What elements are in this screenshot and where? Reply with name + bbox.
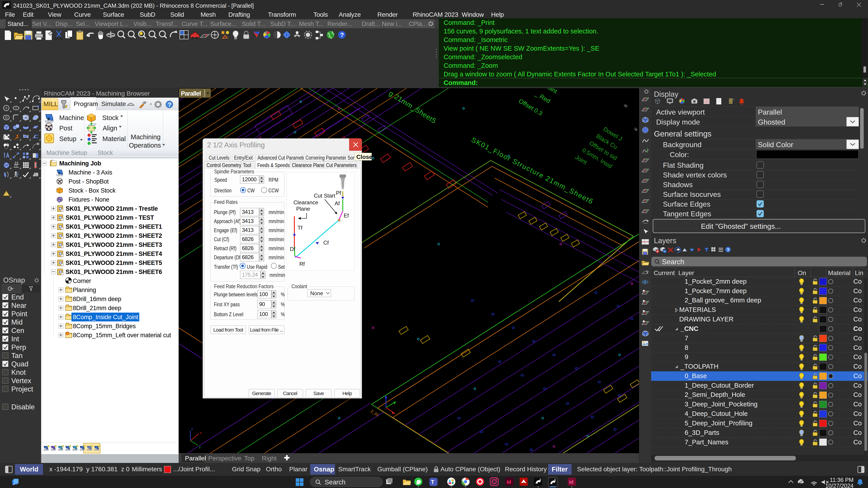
svg-text:?: ? [168, 101, 172, 108]
svg-text:Clearance: Clearance [293, 199, 318, 205]
svg-text:76: 76 [633, 127, 638, 132]
svg-text:y: y [199, 445, 201, 449]
svg-text:Cf: Cf [323, 239, 329, 246]
svg-text:Id: Id [569, 479, 574, 485]
svg-text:Tf: Tf [298, 225, 303, 231]
svg-text:SK01_Floor Structure 21mm_Shee: SK01_Floor Structure 21mm_Sheet6 [470, 136, 595, 206]
svg-text:Offset 0.3: Offset 0.3 [518, 97, 544, 117]
svg-text:_ Red: _ Red [534, 90, 552, 104]
svg-text:20: 20 [623, 103, 628, 108]
svg-text:Rf: Rf [299, 261, 305, 267]
svg-text:Cut Start: Cut Start [314, 193, 335, 199]
svg-text:z: z [191, 427, 193, 431]
svg-text:8: 8 [554, 478, 556, 482]
svg-text:8: 8 [8, 2, 9, 5]
svg-text:?: ? [340, 31, 344, 38]
svg-text:Af: Af [335, 200, 340, 206]
svg-text:Z_01: Z_01 [370, 409, 380, 417]
svg-text:x: x [200, 431, 202, 435]
svg-text:g 21mm_Sheet5: g 21mm_Sheet5 [388, 89, 438, 125]
svg-text:Id: Id [507, 479, 511, 485]
svg-text:?: ? [727, 248, 730, 253]
svg-text:Plane: Plane [296, 206, 310, 212]
svg-text:oint: oint [547, 88, 558, 95]
svg-text:T: T [431, 479, 434, 485]
svg-text:Pf: Pf [336, 190, 341, 196]
svg-text:8: 8 [539, 478, 541, 481]
svg-text:Ef: Ef [344, 213, 349, 219]
svg-text:Df: Df [290, 246, 295, 252]
